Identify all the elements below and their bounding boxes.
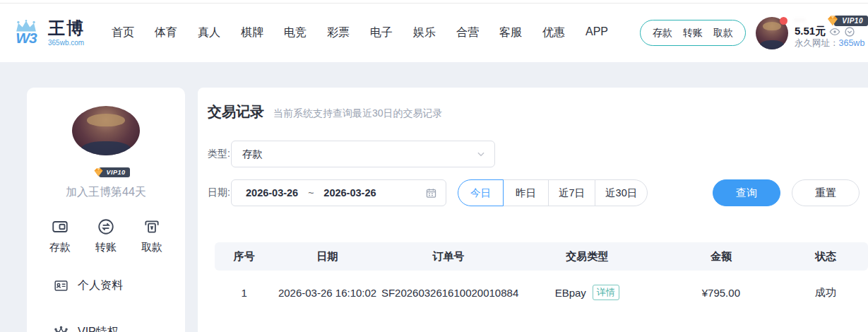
wallet-links: 存款 转账 取款 [640, 20, 746, 46]
transactions-table: 序号 日期 订单号 交易类型 金额 状态 1 2026-03-26 16:10:… [215, 242, 868, 314]
type-select-value: 存款 [242, 148, 476, 161]
user-avatar[interactable] [756, 17, 788, 49]
brand-domain: 365wb.com [48, 39, 85, 47]
table-row: 1 2026-03-26 16:10:02 SF2026032616100200… [215, 271, 868, 314]
logo-text: W3 [16, 30, 37, 45]
col-status: 状态 [783, 250, 868, 263]
detail-button[interactable]: 详情 [593, 285, 619, 300]
nav-item-support[interactable]: 客服 [499, 25, 522, 40]
deposit-link[interactable]: 存款 [653, 27, 672, 40]
page-title: 交易记录 [208, 102, 264, 121]
range-30days-button[interactable]: 近30日 [595, 179, 648, 206]
date-filter-row: 日期: 2026-03-26 ~ 2026-03-26 今日 昨日 近7日 近3… [208, 179, 868, 206]
brand-name: 王博 [48, 19, 85, 37]
permanent-url: 永久网址：365wb [795, 38, 868, 49]
header: W3 王博 365wb.com 首页 体育 真人 棋牌 电竞 彩票 电子 娱乐 … [0, 4, 868, 62]
sidebar-menu: 个人资料 VIP特权 [27, 277, 185, 332]
page-body: VIP10 加入王博第44天 存款 转账 取款 [0, 62, 868, 332]
row-order-no: SF202603261610020010884 [381, 287, 516, 299]
table-header: 序号 日期 订单号 交易类型 金额 状态 [215, 242, 868, 271]
nav-item-esports[interactable]: 电竞 [284, 25, 307, 40]
type-filter-row: 类型: 存款 [208, 141, 868, 167]
transfer-icon [97, 218, 115, 236]
range-yesterday-button[interactable]: 昨日 [503, 179, 549, 206]
date-label: 日期: [208, 186, 231, 199]
brand-logo[interactable]: W3 王博 365wb.com [10, 19, 85, 46]
page: W3 王博 365wb.com 首页 体育 真人 棋牌 电竞 彩票 电子 娱乐 … [0, 0, 868, 332]
profile-sidebar: VIP10 加入王博第44天 存款 转账 取款 [27, 88, 185, 332]
nav-item-entertainment[interactable]: 娱乐 [413, 25, 436, 40]
nav-item-home[interactable]: 首页 [112, 25, 134, 40]
chevron-down-icon [476, 149, 486, 159]
join-days-text: 加入王博第44天 [66, 185, 146, 200]
transactions-panel: 交易记录 当前系统支持查询最近30日的交易记录 类型: 存款 日期: 2026-… [198, 88, 868, 332]
permanent-url-value: 365wb [839, 38, 865, 48]
date-range-input[interactable]: 2026-03-26 ~ 2026-03-26 [231, 179, 446, 206]
nav-item-chess[interactable]: 棋牌 [241, 25, 263, 40]
type-select[interactable]: 存款 [231, 141, 495, 167]
row-amount: ¥795.00 [659, 287, 783, 299]
withdraw-link[interactable]: 取款 [713, 27, 733, 40]
profile-vip-badge: VIP10 [92, 165, 129, 179]
row-type: EBpay 详情 [516, 285, 660, 300]
col-index: 序号 [215, 250, 273, 263]
date-end: 2026-03-26 [323, 187, 376, 198]
sidebar-withdraw[interactable]: 取款 [141, 218, 162, 254]
nav-item-live[interactable]: 真人 [198, 25, 220, 40]
vip-level-badge: VIP10 [825, 13, 868, 28]
quick-action-label: 转账 [95, 241, 117, 254]
date-start: 2026-03-26 [246, 187, 298, 198]
quick-range-group: 今日 昨日 近7日 近30日 [458, 179, 648, 206]
sidebar-deposit[interactable]: 存款 [49, 218, 71, 254]
payment-type: EBpay [555, 287, 586, 299]
nav-item-slots[interactable]: 电子 [370, 25, 393, 40]
crown-icon [54, 325, 69, 332]
nav-item-sports[interactable]: 体育 [155, 25, 177, 40]
sidebar-transfer[interactable]: 转账 [95, 218, 117, 254]
col-amount: 金额 [659, 250, 783, 263]
date-separator: ~ [308, 187, 314, 198]
notification-dot [780, 17, 787, 25]
crown-w3-icon: W3 [10, 20, 42, 45]
page-subtitle: 当前系统支持查询最近30日的交易记录 [273, 107, 443, 120]
nav-item-lottery[interactable]: 彩票 [327, 25, 350, 40]
row-date: 2026-03-26 16:10:02 [273, 287, 381, 299]
gem-icon [825, 13, 840, 28]
deposit-wallet-icon [51, 218, 69, 236]
menu-item-label: VIP特权 [78, 325, 119, 332]
transfer-link[interactable]: 转账 [683, 27, 703, 40]
range-7days-button[interactable]: 近7日 [548, 179, 595, 206]
profile-avatar[interactable] [72, 106, 140, 155]
sidebar-item-profile[interactable]: 个人资料 [27, 277, 185, 294]
nav-item-affiliate[interactable]: 合营 [456, 25, 479, 40]
calendar-icon[interactable] [425, 187, 437, 199]
col-type: 交易类型 [516, 250, 660, 263]
nav-item-promo[interactable]: 优惠 [542, 25, 565, 40]
row-status: 成功 [783, 286, 868, 300]
quick-action-label: 取款 [141, 241, 162, 254]
gem-icon [92, 165, 105, 179]
quick-actions: 存款 转账 取款 [27, 218, 185, 254]
search-button[interactable]: 查询 [713, 179, 780, 206]
nav-item-app[interactable]: APP [585, 25, 608, 40]
sidebar-item-vip[interactable]: VIP特权 [27, 324, 185, 332]
type-label: 类型: [208, 148, 231, 160]
col-order-no: 订单号 [381, 250, 516, 263]
row-index: 1 [215, 287, 273, 299]
reset-button[interactable]: 重置 [792, 179, 860, 206]
withdraw-icon [143, 218, 161, 236]
id-card-icon [54, 278, 69, 293]
col-date: 日期 [273, 250, 381, 263]
range-today-button[interactable]: 今日 [458, 179, 504, 206]
main-nav: 首页 体育 真人 棋牌 电竞 彩票 电子 娱乐 合营 客服 优惠 APP [112, 25, 608, 40]
menu-item-label: 个人资料 [78, 278, 123, 293]
quick-action-label: 存款 [49, 241, 71, 254]
balance-amount: 5.51元 [795, 25, 826, 38]
